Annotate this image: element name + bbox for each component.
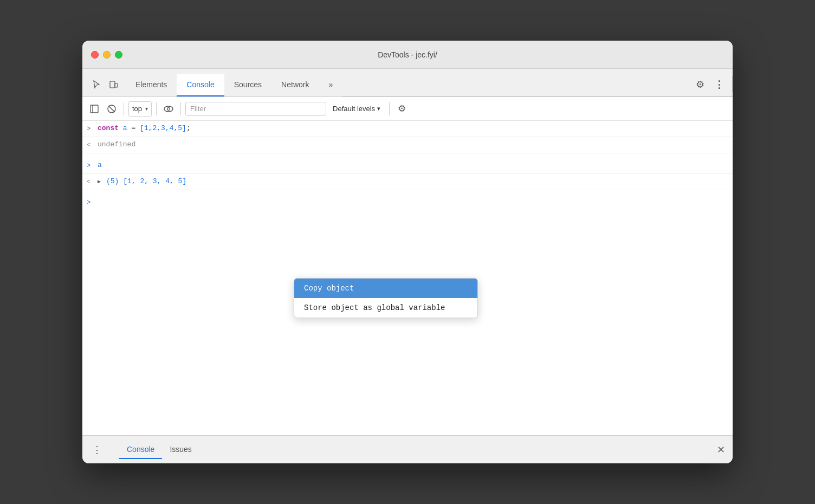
context-menu-item-copy[interactable]: Copy object [294,279,477,298]
gear-icon: ⚙ [696,79,704,91]
tab-elements[interactable]: Elements [126,74,177,96]
console-prompt[interactable]: > [82,195,733,210]
cursor-icon-button[interactable] [89,77,104,92]
toolbar-divider-4 [389,102,390,115]
output-arrow-4: < [87,177,98,188]
console-settings-button[interactable]: ⚙ [394,101,409,117]
live-expressions-button[interactable] [161,101,176,117]
prompt-cursor [98,198,728,206]
maximize-button[interactable] [115,51,122,59]
console-toolbar: top ▾ Default levels ▾ ⚙ [82,97,733,121]
tab-bar: Elements Console Sources Network » ⚙ ⋮ [82,69,733,97]
console-line-4[interactable]: < ▶(5) [1, 2, 3, 4, 5] [82,174,733,190]
bottom-tabs: Console Issues [119,441,199,459]
log-levels-button[interactable]: Default levels ▾ [328,102,385,115]
ban-icon [107,104,117,114]
panel-toggle-button[interactable] [87,101,102,117]
tab-sources[interactable]: Sources [224,74,271,96]
panel-toggle-icon [89,104,99,114]
minimize-button[interactable] [103,51,111,59]
svg-point-6 [164,106,173,112]
bottom-tab-issues[interactable]: Issues [162,441,199,459]
prompt-arrow: > [87,197,98,208]
console-line-2-content: undefined [98,139,728,150]
window-title: DevTools - jec.fyi/ [378,50,437,59]
console-spacer-1 [82,153,733,158]
toolbar-divider-1 [124,102,124,115]
eye-icon [163,104,174,114]
console-output[interactable]: > const a = [1,2,3,4,5]; < undefined > a… [82,121,733,435]
bottom-more-button[interactable]: ⋮ [89,442,104,457]
context-selector[interactable]: top ▾ [128,101,152,117]
close-icon: ✕ [717,444,725,455]
toolbar-divider-3 [180,102,181,115]
customize-button[interactable]: ⋮ [711,77,726,92]
bottom-bar: ⋮ Console Issues ✕ [82,435,733,463]
input-arrow-1: > [87,124,98,134]
settings-button[interactable]: ⚙ [693,77,708,92]
log-levels-chevron-icon: ▾ [377,105,380,112]
input-arrow-3: > [87,160,98,171]
console-line-1-content: const a = [1,2,3,4,5]; [98,123,728,134]
output-arrow-2: < [87,140,98,151]
svg-rect-1 [115,83,118,87]
console-line-2: < undefined [82,137,733,153]
close-button[interactable] [91,51,99,59]
expand-triangle-icon[interactable]: ▶ [98,177,105,184]
device-toolbar-button[interactable] [106,77,121,92]
filter-input[interactable] [185,102,326,116]
settings-gear-icon: ⚙ [398,103,406,114]
context-chevron-icon: ▾ [145,106,148,112]
traffic-lights [91,51,122,59]
tab-bar-right-icons: ⚙ ⋮ [693,77,726,92]
tab-bar-icons [89,77,121,92]
devtools-window: DevTools - jec.fyi/ Elements Console So [82,41,733,463]
device-icon [109,80,119,89]
log-levels-label: Default levels [333,105,375,113]
title-bar: DevTools - jec.fyi/ [82,41,733,69]
context-value: top [132,105,142,113]
console-line-1: > const a = [1,2,3,4,5]; [82,121,733,137]
svg-point-7 [167,107,170,110]
tab-network[interactable]: Network [271,74,319,96]
console-line-3: > a [82,158,733,174]
clear-console-button[interactable] [104,101,119,117]
close-panel-button[interactable]: ✕ [717,444,725,456]
console-line-3-content: a [98,160,728,171]
bottom-tab-console[interactable]: Console [119,441,162,459]
svg-line-5 [109,106,115,112]
bottom-more-icon: ⋮ [92,444,101,456]
toolbar-divider-2 [156,102,157,115]
context-menu: Copy object Store object as global varia… [294,278,478,318]
tab-console[interactable]: Console [177,74,224,96]
tab-more[interactable]: » [319,74,342,96]
svg-rect-0 [110,81,115,88]
more-vert-icon: ⋮ [714,79,723,91]
svg-rect-2 [90,105,98,113]
context-menu-item-store[interactable]: Store object as global variable [294,298,477,318]
console-line-4-content: ▶(5) [1, 2, 3, 4, 5] [98,176,728,187]
console-spacer-2 [82,190,733,195]
cursor-icon [92,80,101,89]
